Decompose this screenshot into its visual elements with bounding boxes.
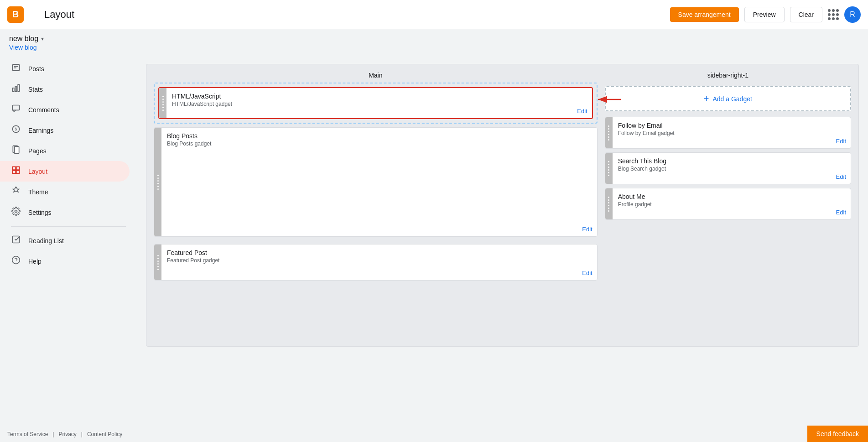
blog-posts-subtitle: Blog Posts gadget [167,140,592,147]
sidebar-item-label-layout: Layout [28,168,47,175]
page-title: Layout [44,9,74,21]
blog-dropdown-icon[interactable]: ▾ [41,36,44,42]
main-column: Main HTML/JavaScript HTML/JavaScript gad… [154,72,598,339]
about-me-subtitle: Profile gadget [618,201,845,208]
svg-rect-3 [13,88,14,92]
featured-post-edit[interactable]: Edit [582,270,592,276]
html-gadget-handle[interactable] [159,88,166,118]
svg-text:$: $ [15,127,17,131]
sidebar-item-label-theme: Theme [28,188,48,196]
apps-icon[interactable] [828,9,839,20]
featured-post-title: Featured Post [167,249,592,256]
sidebar-item-label-help: Help [28,258,42,265]
sidebar-item-comments[interactable]: Comments [0,99,130,120]
sidebar-item-label-posts: Posts [28,65,44,73]
svg-rect-10 [15,146,19,153]
layout-icon [11,166,21,177]
featured-post-card: Featured Post Featured Post gadget Edit [154,244,598,281]
svg-rect-13 [13,171,16,174]
sidebar-item-label-settings: Settings [28,209,52,216]
svg-rect-6 [13,105,20,110]
svg-point-15 [15,210,17,213]
html-gadget-dashed-region: HTML/JavaScript HTML/JavaScript gadget E… [154,83,598,124]
search-blog-edit[interactable]: Edit [836,173,846,180]
handle-dots [157,175,159,190]
sidebar-item-posts[interactable]: Posts [0,58,130,79]
html-gadget-edit[interactable]: Edit [577,108,587,114]
avatar[interactable]: R [844,6,861,23]
add-gadget-plus-icon: + [704,94,709,104]
sidebar-item-label-earnings: Earnings [28,127,53,134]
about-me-handle[interactable] [605,188,613,219]
search-blog-handle[interactable] [605,153,613,184]
sidebar-item-earnings[interactable]: $ Earnings [0,120,130,140]
header-actions: Save arrangement Preview Clear R [670,6,861,23]
svg-rect-14 [16,171,20,174]
send-feedback-button[interactable]: Send feedback [807,426,868,442]
red-arrow [596,93,623,106]
blog-posts-body: Blog Posts Blog Posts gadget [161,128,597,236]
blog-posts-title: Blog Posts [167,132,592,140]
follow-by-email-edit[interactable]: Edit [836,138,846,145]
sidebar-item-label-comments: Comments [28,106,59,114]
blog-posts-card: Blog Posts Blog Posts gadget Edit [154,127,598,237]
blog-name: new blog [9,35,38,43]
search-blog-subtitle: Blog Search gadget [618,166,845,172]
settings-icon [11,207,21,218]
theme-icon [11,186,21,198]
terms-link[interactable]: Terms of Service [7,431,48,437]
html-gadget-body: HTML/JavaScript HTML/JavaScript gadget [166,88,592,118]
blog-name-row: new blog ▾ [9,35,859,43]
about-me-edit[interactable]: Edit [836,209,846,216]
svg-rect-4 [15,86,16,92]
help-icon [11,255,21,267]
sidebar-item-reading-list[interactable]: Reading List [0,230,130,251]
blog-posts-handle[interactable] [154,128,161,236]
follow-by-email-handle[interactable] [605,117,613,148]
featured-post-handle[interactable] [154,244,161,280]
follow-by-email-body: Follow by Email Follow by Email gadget [613,117,851,148]
sidebar-item-help[interactable]: Help [0,251,130,271]
logo-area: B Layout [7,6,74,23]
view-blog-link[interactable]: View blog [9,44,36,51]
search-blog-card: Search This Blog Blog Search gadget Edit [605,152,851,184]
sidebar-item-stats[interactable]: Stats [0,79,130,99]
follow-by-email-subtitle: Follow by Email gadget [618,130,845,136]
sidebar-item-theme[interactable]: Theme [0,182,130,202]
handle-dots [608,125,609,140]
search-blog-body: Search This Blog Blog Search gadget [613,153,851,184]
handle-dots [162,96,164,111]
sidebar-item-pages[interactable]: Pages [0,140,130,161]
content-policy-link[interactable]: Content Policy [87,431,122,437]
sidebar-item-label-reading-list: Reading List [28,237,64,244]
featured-post-body: Featured Post Featured Post gadget [161,244,597,280]
about-me-title: About Me [618,193,845,200]
svg-rect-11 [13,167,16,170]
main-column-header: Main [154,72,598,79]
sidebar-item-layout[interactable]: Layout [0,161,130,182]
follow-by-email-title: Follow by Email [618,122,845,129]
sidebar-footer: Terms of Service | Privacy | Content Pol… [0,426,137,442]
html-gadget-subtitle: HTML/JavaScript gadget [172,101,587,107]
about-me-card: About Me Profile gadget Edit [605,188,851,220]
html-gadget-title: HTML/JavaScript [172,93,587,100]
add-gadget-area[interactable]: + Add a Gadget [605,86,851,111]
clear-button[interactable]: Clear [790,7,822,22]
save-arrangement-button[interactable]: Save arrangement [670,7,739,22]
privacy-link[interactable]: Privacy [58,431,76,437]
layout-canvas: Main HTML/JavaScript HTML/JavaScript gad… [146,64,859,347]
svg-rect-12 [16,167,20,170]
add-gadget-label: Add a Gadget [712,95,752,103]
main-content: Main HTML/JavaScript HTML/JavaScript gad… [137,55,868,424]
preview-button[interactable]: Preview [744,7,785,22]
follow-by-email-card: Follow by Email Follow by Email gadget E… [605,117,851,149]
header-divider [34,7,34,22]
blog-posts-edit[interactable]: Edit [582,226,592,233]
stats-icon [11,83,21,95]
handle-dots [157,255,159,270]
sidebar-nav: Posts Stats Comments $ Earnings Pages La… [0,55,137,424]
reading-list-icon [11,235,21,246]
posts-icon [11,63,21,74]
sidebar-item-settings[interactable]: Settings [0,202,130,223]
pages-icon [11,145,21,156]
